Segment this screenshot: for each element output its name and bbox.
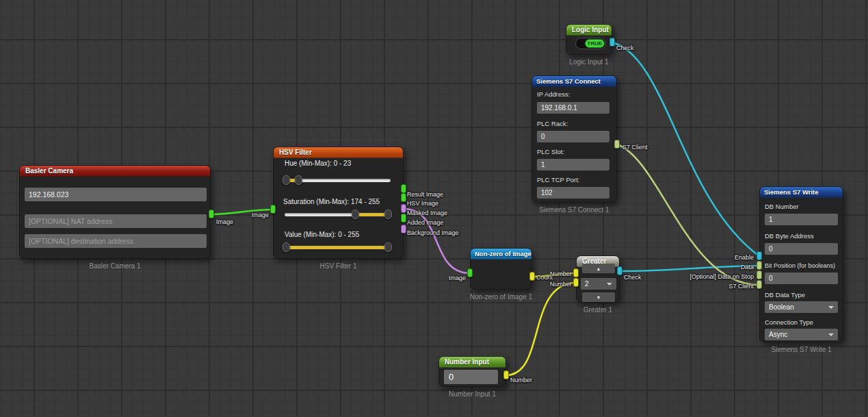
wire-greater-check-to-data[interactable] xyxy=(620,266,759,271)
label-s7write-enable-in: Enable xyxy=(735,254,754,261)
port-s7write-dataonstop-in[interactable] xyxy=(757,270,762,279)
label-s7write-data-in: Data xyxy=(741,264,754,270)
wire-s7client-to-s7client[interactable] xyxy=(617,144,759,285)
port-hsv-added-image-out[interactable] xyxy=(401,214,406,223)
port-nonzero-image-in[interactable] xyxy=(467,268,473,277)
label-hsv-hsv-out: HSV Image xyxy=(407,200,438,207)
label-s7connect-out: S7 Client xyxy=(622,144,648,151)
port-logicinput-check-out[interactable] xyxy=(609,38,615,47)
label-hsv-masked-out: Masked Image xyxy=(407,210,447,216)
wire-numberinput-to-greater-shadow xyxy=(506,283,576,375)
label-s7write-client-in: S7 Client xyxy=(728,283,754,290)
node-editor-canvas[interactable]: Basler Camera Basler Camera 1 HSV Filter… xyxy=(0,0,868,417)
label-hsv-result-out: Result Image xyxy=(407,191,443,198)
port-s7connect-client-out[interactable] xyxy=(614,140,620,149)
port-greater-number1-in[interactable] xyxy=(573,268,579,277)
label-hsv-image-in: Image xyxy=(252,212,269,218)
port-greater-check-out[interactable] xyxy=(617,266,622,275)
label-logicinput-out: Check xyxy=(616,45,634,51)
label-hsv-background-out: Background Image xyxy=(407,229,459,236)
wire-s7client-to-s7client-shadow xyxy=(617,144,759,285)
label-nonzero-image-in: Image xyxy=(449,275,466,281)
label-greater-check-out: Check xyxy=(624,274,642,281)
port-hsv-background-image-out[interactable] xyxy=(401,225,406,233)
port-hsv-hsv-image-out[interactable] xyxy=(401,193,406,202)
port-nonzero-count-out[interactable] xyxy=(529,272,535,281)
port-greater-number2-in[interactable] xyxy=(573,278,579,287)
wire-numberinput-to-greater[interactable] xyxy=(506,283,576,375)
port-s7write-data-in[interactable] xyxy=(757,261,762,270)
wires-layer xyxy=(0,0,868,417)
port-hsv-image-in[interactable] xyxy=(270,205,276,214)
label-greater-number1-in: Number xyxy=(550,270,572,277)
label-basler-image-out: Image xyxy=(216,218,233,225)
label-greater-number2-in: Number xyxy=(550,281,572,288)
port-hsv-result-image-out[interactable] xyxy=(401,184,406,193)
port-s7write-enable-in[interactable] xyxy=(757,251,762,260)
label-numberinput-out: Number xyxy=(510,377,532,383)
port-basler-image-out[interactable] xyxy=(209,210,214,218)
port-numberinput-number-out[interactable] xyxy=(503,370,509,379)
port-hsv-masked-image-out[interactable] xyxy=(401,204,406,213)
port-s7write-client-in[interactable] xyxy=(757,280,762,289)
label-hsv-added-out: Added Image xyxy=(407,219,444,226)
label-s7write-stop-in: [Optional] Data on Stop xyxy=(689,273,754,280)
